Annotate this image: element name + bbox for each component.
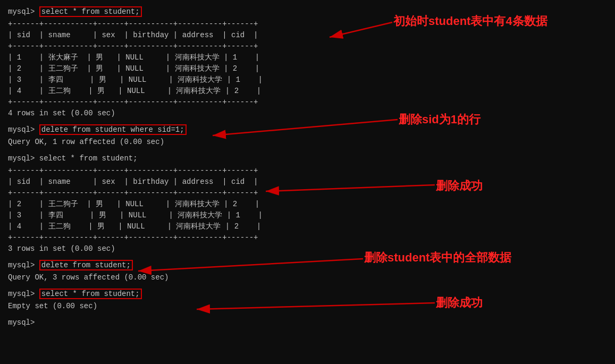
prompt1: mysql> xyxy=(8,7,39,16)
table2-row-2: | 3 | 李四 | 男 | NULL | 河南科技大学 | 1 | xyxy=(8,210,607,221)
final-prompt: mysql> xyxy=(8,318,35,327)
cmd4-line: mysql> delete from student; xyxy=(8,260,607,271)
rows2-result: 3 rows in set (0.00 sec) xyxy=(8,243,607,255)
cmd3-line: mysql> select * from student; xyxy=(8,153,607,164)
table1-sep-mid: +------+-----------+------+----------+--… xyxy=(8,41,607,52)
table1-sep-bot: +------+-----------+------+----------+--… xyxy=(8,97,607,108)
cmd5-line: mysql> select * from student; xyxy=(8,289,607,300)
table1-row-1: | 1 | 张大麻子 | 男 | NULL | 河南科技大学 | 1 | xyxy=(8,52,607,63)
table2-row-3: | 4 | 王二狗 | 男 | NULL | 河南科技大学 | 2 | xyxy=(8,221,607,232)
table1-header: | sid | sname | sex | birthday | address… xyxy=(8,30,607,41)
cmd5-highlight[interactable]: select * from student; xyxy=(39,289,142,299)
result5-line: Empty set (0.00 sec) xyxy=(8,301,607,312)
cmd4-highlight[interactable]: delete from student; xyxy=(39,260,133,270)
final-prompt-line: mysql> xyxy=(8,317,607,328)
table2-sep-mid: +------+-----------+------+----------+--… xyxy=(8,188,607,199)
cmd2-line: mysql> delete from student where sid=1; xyxy=(8,124,607,136)
table2-row-1: | 2 | 王二狗子 | 男 | NULL | 河南科技大学 | 2 | xyxy=(8,199,607,210)
prompt2: mysql> xyxy=(8,125,39,134)
annotation-4: 删除student表中的全部数据 xyxy=(364,250,511,266)
table1-row-2: | 2 | 王二狗子 | 男 | NULL | 河南科技大学 | 2 | xyxy=(8,63,607,74)
cmd1-highlight[interactable]: select * from student; xyxy=(39,6,142,17)
cmd3-text: select * from student; xyxy=(39,154,138,163)
table2-sep-bot: +------+-----------+------+----------+--… xyxy=(8,232,607,243)
table2-sep-top: +------+-----------+------+----------+--… xyxy=(8,165,607,176)
table1-row-3: | 3 | 李四 | 男 | NULL | 河南科技大学 | 1 | xyxy=(8,74,607,86)
annotation-3: 删除成功 xyxy=(436,178,483,194)
table1-row-4: | 4 | 王二狗 | 男 | NULL | 河南科技大学 | 2 | xyxy=(8,86,607,97)
rows1-result: 4 rows in set (0.00 sec) xyxy=(8,108,607,119)
annotation-2: 删除sid为1的行 xyxy=(399,112,481,128)
prompt5: mysql> xyxy=(8,290,39,298)
result4-line: Query OK, 3 rows affected (0.00 sec) xyxy=(8,272,607,283)
annotation-1: 初始时student表中有4条数据 xyxy=(393,13,547,29)
annotation-5: 删除成功 xyxy=(436,295,483,311)
result2-line: Query OK, 1 row affected (0.00 sec) xyxy=(8,137,607,148)
prompt4: mysql> xyxy=(8,261,39,269)
table2-header: | sid | sname | sex | birthday | address… xyxy=(8,176,607,188)
cmd2-highlight[interactable]: delete from student where sid=1; xyxy=(39,124,187,135)
prompt3: mysql> xyxy=(8,154,39,163)
terminal-window: mysql> select * from student; +------+--… xyxy=(0,0,615,335)
